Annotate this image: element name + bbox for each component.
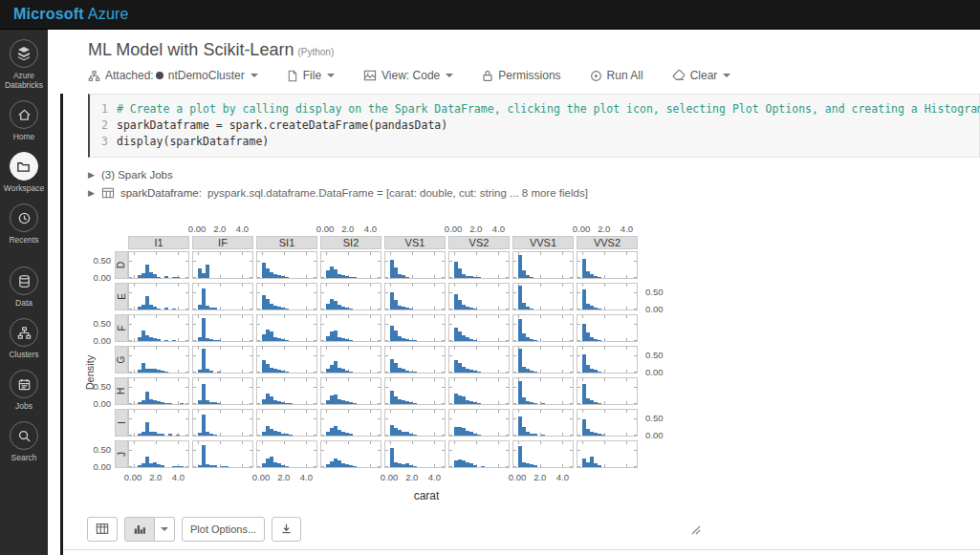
sidebar-item-label: Data: [15, 298, 33, 308]
run-all-button[interactable]: Run All: [590, 69, 643, 82]
histogram-bar: [176, 435, 180, 436]
histogram-panel: [256, 283, 317, 310]
data-icon: [10, 267, 38, 295]
histogram-panel: [256, 377, 317, 405]
facet-row-header: J: [115, 440, 128, 468]
histogram-bar: [477, 403, 481, 404]
y-axis-tick-labels-right: 0.500.00: [641, 409, 675, 437]
facet-row-header: G: [115, 346, 128, 374]
histogram-bar: [349, 340, 353, 341]
y-axis-tick-labels-right: [641, 440, 675, 468]
attached-cluster-dropdown[interactable]: Attached: ntDemoCluster: [88, 69, 258, 82]
dataframe-expander[interactable]: ▶ sparkDataframe: pyspark.sql.dataframe.…: [88, 187, 980, 199]
histogram-bar: [598, 403, 601, 404]
facet-row: 0.500.00J: [82, 440, 771, 468]
histogram-bar: [541, 435, 545, 436]
histogram-bar: [217, 403, 221, 404]
file-menu[interactable]: File: [287, 69, 335, 82]
x-axis-tick-labels: [128, 224, 189, 236]
histogram-bar: [172, 340, 176, 341]
clear-label: Clear: [690, 69, 718, 82]
y-axis-tick-labels: [82, 283, 115, 310]
dataframe-name: sparkDataframe:: [120, 187, 202, 199]
sidebar-item-clusters[interactable]: Clusters: [9, 318, 38, 359]
dataframe-type: pyspark.sql.dataframe.DataFrame = [carat…: [207, 187, 588, 199]
expand-arrow-icon: ▶: [88, 170, 95, 180]
histogram-bar: [405, 277, 409, 278]
histogram-panel: [512, 314, 574, 342]
histogram-bar: [213, 308, 217, 310]
histogram-bar: [161, 465, 164, 467]
histogram-panel: [192, 440, 253, 468]
sidebar-item-search[interactable]: Search: [10, 421, 38, 462]
facet-row: 0.500.00H: [82, 377, 771, 405]
facet-column-header: VS1: [384, 236, 446, 249]
spark-jobs-expander[interactable]: ▶ (3) Spark Jobs: [88, 169, 980, 181]
x-axis-tick-labels: 0.002.04.0: [448, 224, 510, 236]
sidebar-item-azure-databricks[interactable]: AzureDatabricks: [5, 39, 43, 90]
histogram-bar: [534, 403, 537, 404]
x-axis-tick-labels: 0.002.04.0: [128, 472, 189, 484]
databricks-logo-icon: [10, 39, 38, 68]
sidebar-item-workspace[interactable]: Workspace: [4, 152, 44, 193]
notebook-title: ML Model with Scikit-Learn(Python): [88, 40, 980, 60]
histogram-panel: [256, 409, 317, 437]
sidebar-item-label: Clusters: [9, 350, 38, 359]
permissions-button[interactable]: Permissions: [482, 69, 560, 82]
x-axis-top: 0.002.04.00.002.04.00.002.04.00.002.04.0: [82, 224, 771, 236]
histogram-bar: [473, 465, 477, 467]
sidebar-item-data[interactable]: Data: [10, 267, 38, 308]
histogram-bar: [353, 403, 357, 404]
histogram-bar: [534, 465, 537, 467]
histogram-panel: [128, 409, 189, 437]
notebook-cell[interactable]: 1 # Create a plot by calling display on …: [60, 94, 980, 555]
show-table-button[interactable]: [87, 517, 118, 542]
facet-row-header: D: [115, 251, 128, 279]
y-axis-tick-labels-right: [641, 377, 675, 405]
histogram-bar: [481, 466, 485, 467]
facet-column-headers: I1IFSI1SI2VS1VS2VVS1VVS2: [82, 236, 771, 249]
histogram-bar: [477, 277, 481, 278]
histogram-bar: [209, 371, 213, 373]
sidebar-item-label: Recents: [9, 235, 38, 245]
view-menu[interactable]: View: Code: [363, 69, 453, 82]
show-chart-button[interactable]: [124, 517, 155, 542]
sidebar-item-home[interactable]: Home: [10, 100, 38, 141]
chart-type-dropdown[interactable]: [155, 517, 175, 542]
notebook-toolbar: Attached: ntDemoCluster File View: Code …: [88, 69, 980, 82]
histogram-bar: [217, 340, 221, 341]
histogram-panel: [448, 409, 510, 437]
histogram-bar: [349, 372, 353, 373]
histogram-bar: [206, 265, 209, 278]
search-icon: [10, 421, 38, 450]
histogram-bar: [164, 340, 168, 341]
home-icon: [10, 100, 38, 129]
plot-options-button[interactable]: Plot Options...: [182, 517, 265, 542]
facet-column-header: VVS2: [577, 236, 638, 249]
code-text: sparkDataframe = spark.createDataFrame(p…: [117, 117, 447, 134]
sidebar-item-jobs[interactable]: Jobs: [10, 370, 38, 411]
code-text: # Create a plot by calling display on th…: [117, 101, 980, 117]
histogram-panel: [384, 440, 446, 468]
notebook-content: ML Model with Scikit-Learn(Python) Attac…: [48, 30, 980, 555]
chevron-down-icon: [161, 527, 168, 531]
eraser-icon: [672, 70, 686, 81]
y-axis-tick-labels: [82, 346, 115, 374]
histogram-bar: [541, 403, 545, 404]
download-button[interactable]: [272, 517, 301, 542]
sidebar-item-recents[interactable]: Recents: [9, 203, 38, 245]
histogram-bar: [598, 372, 601, 373]
run-all-icon: [590, 70, 602, 82]
code-editor[interactable]: 1 # Create a plot by calling display on …: [88, 94, 980, 158]
sidebar-item-label: Home: [13, 132, 35, 141]
notebook-language: (Python): [297, 47, 334, 57]
line-number: 1: [90, 101, 117, 117]
histogram-panel: [448, 283, 510, 310]
histogram-bar: [285, 466, 289, 467]
histogram-panel: [512, 440, 574, 468]
resize-handle[interactable]: [691, 522, 701, 539]
facet-row-header: F: [115, 314, 128, 342]
sidebar-item-label: Workspace: [4, 183, 44, 193]
facet-column-header: SI1: [256, 236, 317, 249]
clear-menu[interactable]: Clear: [672, 69, 731, 82]
